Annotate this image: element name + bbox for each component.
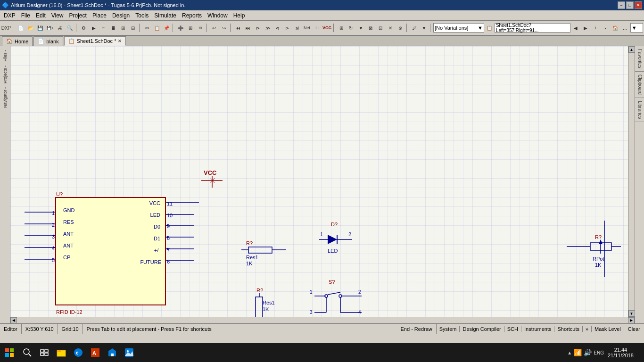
tb-hd[interactable]: ▼ [419, 23, 429, 33]
tb-components[interactable]: ⚙ [79, 23, 89, 33]
tb-saveall[interactable]: 💾+ [45, 23, 55, 33]
vertical-scrollbar[interactable]: ▲ ▼ [628, 46, 635, 317]
no-variations-dropdown[interactable]: [No Variations] ▼ [433, 23, 484, 33]
left-projects-label[interactable]: Projects - [3, 64, 8, 85]
tb-wire[interactable]: ➕ [176, 23, 185, 33]
search-taskbar[interactable] [19, 344, 36, 361]
tb-home-nav[interactable]: 🏠 [611, 23, 620, 33]
photos-taskbar[interactable] [121, 344, 138, 361]
left-files-label[interactable]: Files - [3, 48, 8, 64]
tb-b4[interactable]: ⊟ [128, 23, 138, 33]
extra-dropdown[interactable]: ▼ [630, 23, 643, 33]
store-taskbar[interactable] [104, 344, 121, 361]
altium-taskbar[interactable]: A [87, 344, 104, 361]
tb-v2[interactable]: ⊠ [366, 23, 375, 33]
menu-simulate[interactable]: Simulate [151, 11, 179, 20]
tb-b2[interactable]: ≣ [108, 23, 118, 33]
tb-redo[interactable]: ↪ [219, 23, 229, 33]
shortcuts-btn[interactable]: Shortcuts [554, 326, 582, 332]
tb-cross2[interactable]: ⊗ [396, 23, 405, 33]
menu-place[interactable]: Place [90, 11, 109, 20]
menu-window[interactable]: Window [205, 11, 231, 20]
design-compiler-btn[interactable]: Design Compiler [460, 326, 504, 332]
scroll-left-btn[interactable]: ◀ [10, 317, 17, 324]
tb-compile[interactable]: ▶ [89, 23, 99, 33]
menu-file[interactable]: File [18, 11, 33, 20]
tray-volume[interactable]: 🔊 [584, 349, 592, 356]
tb-open[interactable]: 📂 [26, 23, 35, 33]
tb-netlist[interactable]: Net [302, 23, 312, 33]
left-navigator-label[interactable]: Navigator - [3, 85, 8, 110]
tb-more[interactable]: … [620, 23, 630, 33]
system-btn[interactable]: System [437, 326, 460, 332]
sch-btn[interactable]: SCH [504, 326, 521, 332]
close-button[interactable]: ✕ [635, 1, 642, 9]
tb-b9[interactable]: ⊲ [273, 23, 282, 33]
scroll-down-btn[interactable]: ▼ [628, 310, 635, 317]
tb-zoom[interactable]: 🔍 [65, 23, 74, 33]
edge-taskbar[interactable]: e [70, 344, 87, 361]
tb-b8[interactable]: ≫ [263, 23, 272, 33]
scroll-right-btn[interactable]: ▶ [628, 317, 635, 324]
tab-close-icon[interactable]: ✕ [118, 39, 122, 43]
tb-paste[interactable]: 📌 [162, 23, 172, 33]
tb-annotate[interactable]: ⊞ [337, 23, 346, 33]
menu-view[interactable]: View [49, 11, 66, 20]
menu-edit[interactable]: Edit [33, 11, 49, 20]
instruments-btn[interactable]: Instruments [521, 326, 554, 332]
tb-print[interactable]: 🖨 [55, 23, 65, 33]
tb-cut[interactable]: ✂ [142, 23, 152, 33]
clock[interactable]: 21.44 21/11/2018 [608, 347, 634, 358]
tb-bus[interactable]: ⊞ [186, 23, 195, 33]
tray-network[interactable]: 📶 [574, 349, 582, 356]
tb-zoom-out[interactable]: - [601, 23, 610, 33]
tb-b10[interactable]: ⊳ [282, 23, 292, 33]
tb-b6[interactable]: ⏭ [243, 23, 253, 33]
schematic-canvas[interactable]: VCC GND GND [10, 46, 628, 317]
mask-level-btn[interactable]: Mask Level [592, 326, 624, 332]
menu-dxp[interactable]: DXP [1, 11, 18, 20]
tb-new[interactable]: 📄 [16, 23, 25, 33]
tab-home[interactable]: 🏠 Home [2, 36, 33, 46]
tb-nav-left[interactable]: ◀ [571, 23, 580, 33]
tb-update[interactable]: ↻ [347, 23, 356, 33]
tray-up-arrow[interactable]: ▲ [567, 350, 572, 355]
libraries-tab[interactable]: Libraries [635, 98, 644, 122]
maximize-button[interactable]: □ [626, 1, 634, 9]
tb-highlight[interactable]: 🖊 [410, 23, 419, 33]
horizontal-scrollbar[interactable]: ◀ ▶ [10, 317, 635, 323]
tb-b7[interactable]: ⊳ [253, 23, 263, 33]
menu-reports[interactable]: Reports [179, 11, 205, 20]
scroll-up-btn[interactable]: ▲ [628, 46, 635, 53]
clear-btn[interactable]: Clear [624, 326, 644, 332]
tb-vcc-btn[interactable]: VCC [322, 23, 332, 33]
tb-save[interactable]: 💾 [35, 23, 45, 33]
explorer-taskbar[interactable] [53, 344, 70, 361]
start-button[interactable] [0, 343, 19, 362]
minimize-button[interactable]: − [618, 1, 625, 9]
menu-help[interactable]: Help [231, 11, 248, 20]
tb-b3[interactable]: ⊞ [118, 23, 128, 33]
menu-tools[interactable]: Tools [132, 11, 151, 20]
favorites-tab[interactable]: Favorites [635, 46, 644, 72]
tb-part[interactable]: ⧈ [196, 23, 205, 33]
task-view-taskbar[interactable] [36, 344, 53, 361]
tb-dxp[interactable]: DXP [1, 23, 11, 33]
menu-project[interactable]: Project [66, 11, 90, 20]
more-btn[interactable]: » [583, 326, 592, 332]
tb-copy[interactable]: 📋 [152, 23, 162, 33]
tab-sheet1[interactable]: 📋 Sheet1.SchDoc * ✕ [64, 36, 126, 46]
tb-nav-right[interactable]: ▶ [581, 23, 590, 33]
tb-b5[interactable]: ⏮ [233, 23, 243, 33]
show-desktop-btn[interactable] [637, 344, 640, 361]
clipboard-tab[interactable]: Clipboard [635, 72, 644, 98]
tb-b11[interactable]: ⊴ [292, 23, 302, 33]
tb-undo[interactable]: ↩ [209, 23, 219, 33]
tb-cross[interactable]: ✕ [386, 23, 395, 33]
menu-design[interactable]: Design [109, 11, 132, 20]
tb-harness[interactable]: ⊔ [312, 23, 322, 33]
tb-zoom-in[interactable]: + [591, 23, 600, 33]
tb-b1[interactable]: ≡ [99, 23, 108, 33]
tab-blank[interactable]: 📄 blank [33, 36, 63, 46]
tb-v1[interactable]: ▼ [356, 23, 365, 33]
